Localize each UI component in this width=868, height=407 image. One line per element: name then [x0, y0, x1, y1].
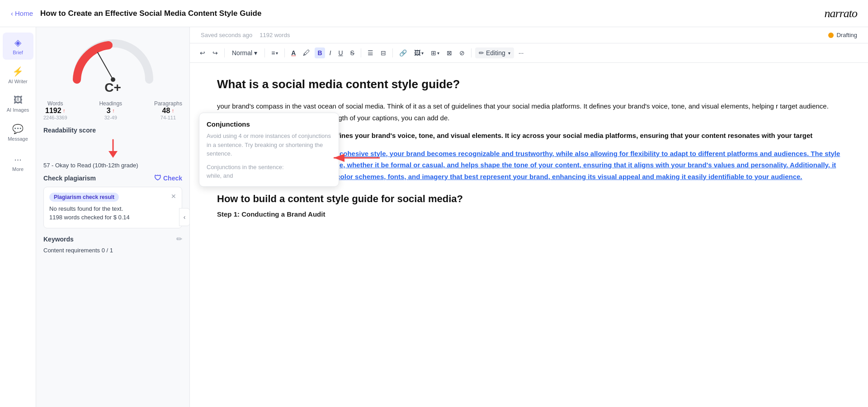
- underline-icon: U: [338, 49, 343, 57]
- align-button[interactable]: ≡ ▾: [269, 47, 281, 58]
- plagiarism-label: Check plagiarism: [43, 175, 96, 182]
- ai-images-icon: 🖼: [14, 95, 23, 105]
- edit-keywords-icon[interactable]: ✏: [176, 235, 182, 243]
- plagiarism-row: Check plagiarism 🛡 Check: [43, 174, 182, 182]
- toolbar-divider-1: [224, 48, 225, 57]
- toolbar-divider-3: [284, 48, 285, 57]
- editor-top-bar: Saved seconds ago 1192 words Drafting: [190, 27, 868, 43]
- plagiarism-badge: Plagiarism check result: [49, 193, 119, 202]
- stat-words-label: Words: [43, 100, 67, 107]
- sidebar-item-ai-images-label: AI Images: [7, 107, 29, 113]
- word-count: 1192 words: [259, 32, 290, 38]
- format-clear-icon: ⊠: [447, 49, 452, 57]
- top-bar-left: ‹ Home How to Create an Effective Social…: [11, 9, 261, 18]
- underline-button[interactable]: U: [335, 47, 345, 58]
- italic-button[interactable]: I: [327, 47, 334, 58]
- readability-title: Readability score: [43, 127, 182, 134]
- bold-button[interactable]: B: [315, 47, 325, 58]
- chevron-left-icon: ‹: [11, 9, 13, 17]
- more-icon: ···: [14, 154, 22, 165]
- stat-paragraphs: Paragraphs 48 ↑ 74-111: [154, 100, 182, 120]
- ordered-list-button[interactable]: ⊟: [378, 47, 389, 58]
- collapse-sidebar-button[interactable]: ‹: [179, 208, 190, 226]
- sidebar-item-ai-images[interactable]: 🖼 AI Images: [3, 90, 33, 117]
- table-button[interactable]: ⊞ ▾: [428, 47, 442, 58]
- toolbar-overflow-button[interactable]: ···: [516, 47, 527, 58]
- toolbar-divider-4: [361, 48, 361, 57]
- image-button[interactable]: 🖼 ▾: [411, 47, 426, 58]
- undo-button[interactable]: ↩: [197, 47, 208, 58]
- sidebar-item-message[interactable]: 💬 Message: [3, 119, 33, 146]
- red-arrow-indicator: [330, 151, 384, 166]
- align-chevron-icon: ▾: [276, 51, 278, 56]
- words-arrow-icon: ↑: [63, 108, 66, 114]
- stat-words-range: 2246-3369: [43, 115, 67, 120]
- sidebar-item-ai-writer[interactable]: ⚡ AI Writer: [3, 62, 33, 89]
- style-select-label: Normal: [232, 49, 252, 57]
- editor-area: ‹ Saved seconds ago 1192 words Drafting …: [190, 27, 868, 407]
- readability-score-text: 57 - Okay to Read (10th-12th grade): [43, 162, 182, 169]
- pencil-icon: ✏: [479, 49, 484, 57]
- close-plagiarism-button[interactable]: ✕: [171, 193, 176, 200]
- gauge-container: C+: [43, 34, 182, 95]
- extra-button[interactable]: ⊘: [457, 47, 467, 58]
- drafting-label: Drafting: [836, 32, 857, 38]
- stat-headings-value: 3 ↑: [99, 107, 122, 115]
- toolbar-divider-6: [471, 48, 472, 57]
- redo-button[interactable]: ↪: [210, 47, 221, 58]
- chevron-down-icon: ▾: [254, 49, 257, 57]
- editor-content[interactable]: Conjunctions Avoid using 4 or more insta…: [190, 63, 868, 407]
- drafting-dot-icon: [828, 33, 834, 38]
- sidebar-item-brief-label: Brief: [13, 50, 23, 55]
- drafting-badge: Drafting: [828, 32, 857, 38]
- plagiarism-checked-text: 1198 words checked for $ 0.14: [49, 214, 176, 221]
- sidebar-item-brief[interactable]: ◈ Brief: [3, 33, 33, 60]
- stat-headings-label: Headings: [99, 100, 122, 107]
- top-bar: ‹ Home How to Create an Effective Social…: [0, 0, 868, 27]
- arrow-down-indicator: [43, 137, 182, 160]
- stat-words: Words 1192 ↑ 2246-3369: [43, 100, 67, 120]
- highlight-icon: 🖊: [303, 49, 310, 57]
- step-1-label: Step 1: Conducting a Brand Audit: [217, 210, 841, 218]
- style-select-button[interactable]: Normal ▾: [228, 47, 261, 58]
- narrato-logo: narrato: [825, 7, 857, 20]
- image-icon: 🖼: [414, 49, 420, 57]
- keywords-label: Keywords: [43, 236, 74, 243]
- headings-arrow-icon: ↑: [112, 108, 115, 114]
- stat-paragraphs-range: 74-111: [154, 115, 182, 120]
- more-format-button[interactable]: ⊠: [444, 47, 455, 58]
- highlight-button[interactable]: 🖊: [300, 47, 313, 59]
- plagiarism-result-header: Plagiarism check result ✕: [49, 193, 176, 205]
- check-label: Check: [163, 175, 182, 182]
- content-requirements: Content requirements 0 / 1: [43, 247, 182, 254]
- paragraphs-arrow-icon: ↑: [171, 108, 174, 114]
- italic-icon: I: [330, 49, 331, 57]
- sidebar-item-more[interactable]: ··· More: [3, 150, 33, 176]
- tooltip-value: while, and: [207, 172, 331, 179]
- stat-paragraphs-value: 48 ↑: [154, 107, 182, 115]
- grade-display: C+: [104, 80, 121, 95]
- check-plagiarism-button[interactable]: 🛡 Check: [154, 174, 182, 182]
- bullet-list-button[interactable]: ☰: [365, 47, 376, 58]
- svg-line-0: [98, 52, 113, 80]
- link-icon: 🔗: [399, 49, 407, 57]
- home-link[interactable]: ‹ Home: [11, 9, 33, 17]
- align-icon: ≡: [271, 49, 275, 57]
- editor-heading-2: How to build a content style guide for s…: [217, 193, 841, 205]
- sidebar-item-more-label: More: [12, 166, 24, 172]
- font-color-button[interactable]: A: [288, 47, 298, 58]
- bullet-list-icon: ☰: [368, 49, 373, 57]
- editing-label: Editing: [486, 49, 505, 57]
- toolbar-divider-5: [392, 48, 393, 57]
- message-icon: 💬: [12, 123, 24, 134]
- strikethrough-button[interactable]: S: [348, 47, 357, 58]
- arrow-svg: [330, 151, 384, 165]
- strikethrough-icon: S: [350, 49, 354, 57]
- conjunction-tooltip: Conjunctions Avoid using 4 or more insta…: [199, 113, 339, 187]
- editing-button[interactable]: ✏ Editing ▾: [475, 47, 514, 58]
- home-label: Home: [15, 9, 33, 17]
- stat-headings: Headings 3 ↑ 32-49: [99, 100, 122, 120]
- link-button[interactable]: 🔗: [396, 47, 410, 58]
- ordered-list-icon: ⊟: [381, 49, 386, 57]
- main-layout: ◈ Brief ⚡ AI Writer 🖼 AI Images 💬 Messag…: [0, 27, 868, 407]
